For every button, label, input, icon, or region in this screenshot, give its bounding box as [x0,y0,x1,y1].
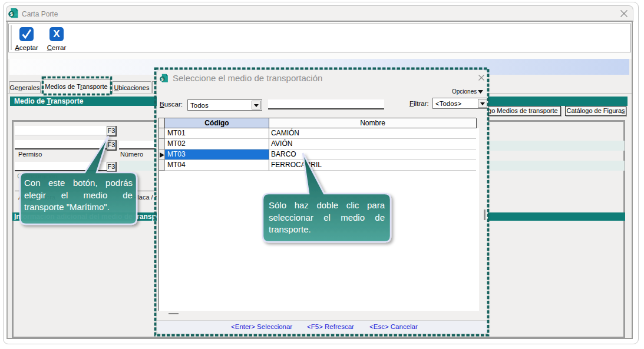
svg-text:$: $ [10,11,13,17]
